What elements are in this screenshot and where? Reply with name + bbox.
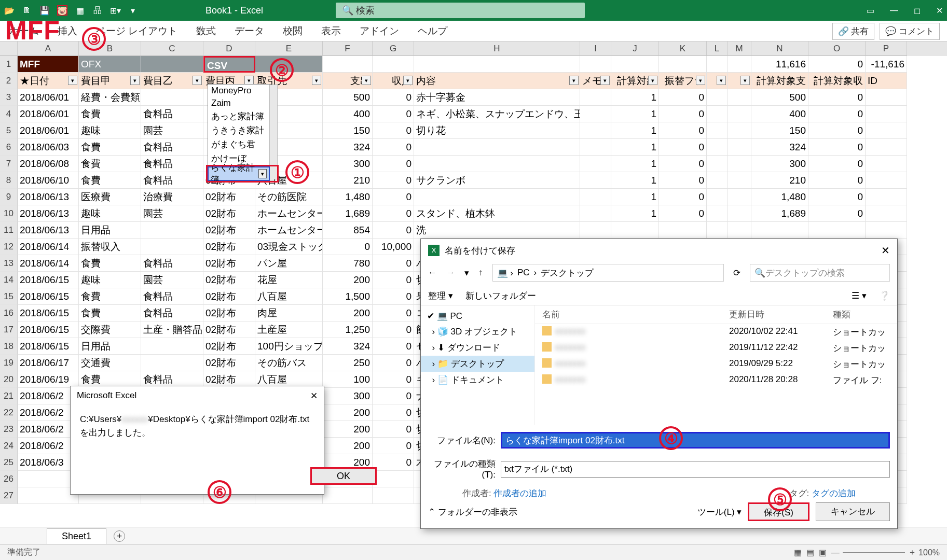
- column-headers[interactable]: ABCDEFGHIJKLMNOP: [0, 41, 947, 56]
- ribbon-tab[interactable]: 校閲: [283, 24, 303, 38]
- piggy-icon[interactable]: 🐷: [57, 5, 67, 16]
- help-icon[interactable]: ❔: [879, 290, 890, 301]
- author-link[interactable]: 作成者の追加: [493, 488, 546, 498]
- ribbon-tab[interactable]: ヘルプ: [418, 24, 447, 38]
- callout-2: ②: [270, 58, 294, 82]
- table-row[interactable]: 112018/06/13日用品02財布ホームセンター8540洗: [0, 222, 947, 239]
- tools-button[interactable]: ツール(L) ▾: [697, 506, 742, 518]
- ok-button[interactable]: OK: [310, 467, 377, 485]
- close-icon[interactable]: ✕: [936, 6, 943, 16]
- ribbon-display-icon[interactable]: ▭: [867, 6, 874, 16]
- ribbon-tabs: ホーム 挿入 ページ レイアウト 数式 データ 校閲 表示 アドイン ヘルプ 🔗…: [0, 21, 947, 41]
- ribbon-tab[interactable]: ページ レイアウト: [96, 24, 177, 38]
- table-row[interactable]: 42018/06/01食費食料品百屋4000ネギ、小松菜、スナップエンドウ、玉ね…: [0, 106, 947, 122]
- filter-icon[interactable]: ▾: [696, 76, 705, 85]
- dialog-search[interactable]: 🔍 デスクトップの検索: [750, 264, 890, 282]
- close-icon[interactable]: ✕: [310, 390, 318, 401]
- new-icon[interactable]: 🗎: [22, 5, 32, 16]
- minimize-icon[interactable]: —: [890, 6, 898, 16]
- save-icon[interactable]: 💾: [39, 5, 50, 16]
- view-page-icon[interactable]: ▤: [806, 548, 814, 557]
- ribbon-tab[interactable]: アドイン: [360, 24, 399, 38]
- breadcrumb[interactable]: 💻 › PC › デスクトップ: [492, 264, 724, 282]
- close-icon[interactable]: ✕: [881, 244, 890, 257]
- filter-icon[interactable]: ▾: [648, 76, 657, 85]
- filter-icon[interactable]: ▾: [569, 76, 579, 85]
- dropdown-item[interactable]: あっと家計簿: [208, 109, 269, 123]
- dropdown-item[interactable]: がまぐち君: [208, 137, 269, 151]
- maximize-icon[interactable]: ◻: [914, 6, 921, 16]
- filter-icon[interactable]: ▾: [362, 76, 371, 85]
- chevron-down-icon[interactable]: ▾: [258, 169, 267, 178]
- scrollbar[interactable]: [269, 85, 278, 179]
- filename-input[interactable]: らくな家計簿import 02財布.txt: [501, 432, 890, 449]
- dropdown-item[interactable]: MoneyPro: [208, 85, 269, 97]
- open-icon[interactable]: 📂: [4, 5, 15, 16]
- dropdown-item[interactable]: Zaim: [208, 97, 269, 109]
- share-button[interactable]: 🔗 共有: [832, 23, 875, 40]
- organize-button[interactable]: 整理 ▾: [428, 290, 453, 302]
- table-row[interactable]: 32018/06/01経費・会費類5000赤十字募金105000: [0, 89, 947, 106]
- ribbon-tab[interactable]: データ: [235, 24, 264, 38]
- folder-hide[interactable]: ⌃ フォルダーの非表示: [428, 506, 517, 518]
- org-icon[interactable]: 品: [92, 5, 103, 16]
- table-row[interactable]: 72018/06/08食費食料品3000103000: [0, 156, 947, 172]
- row-1[interactable]: 1 MFFOFXCSV11,6160-11,616: [0, 56, 947, 73]
- ribbon-tab[interactable]: 表示: [321, 24, 341, 38]
- folder-tree[interactable]: ✔ 💻 PC › 🧊 3D オブジェクト › ⬇ ダウンロード › 📁 デスクト…: [421, 305, 535, 425]
- table-row[interactable]: 62018/06/03食費食料品百屋3240103240: [0, 139, 947, 156]
- callout-5: ⑤: [768, 487, 792, 511]
- filter-icon[interactable]: ▾: [403, 76, 413, 85]
- zoom-level[interactable]: 100%: [918, 548, 940, 557]
- file-list[interactable]: 名前更新日時種類 xxxxxxx2020/10/02 22:41ショートカッ x…: [535, 305, 897, 425]
- newfolder-button[interactable]: 新しいフォルダー: [465, 290, 536, 302]
- cancel-button[interactable]: キャンセル: [816, 502, 890, 521]
- more-icon[interactable]: ▾: [128, 5, 138, 16]
- zoom-in-icon[interactable]: ＋: [908, 547, 916, 558]
- callout-1: ①: [285, 160, 309, 184]
- table-row[interactable]: 82018/06/10食費食料品02財布八百屋2100サクランボ102100: [0, 172, 947, 189]
- table-row[interactable]: 92018/06/13医療費治療費02財布その筋医院1,4800101,4800: [0, 189, 947, 205]
- search-box[interactable]: 🔍 検索: [336, 3, 585, 18]
- refresh-icon[interactable]: ⟳: [733, 268, 740, 278]
- filter-icon[interactable]: ▾: [68, 76, 77, 85]
- table-row[interactable]: 102018/06/13趣味園芸02財布ホームセンター1,6890スタンド、植木…: [0, 205, 947, 222]
- message-box: Microsoft Excel✕ C:¥Users¥xxxxxx¥Desktop…: [70, 386, 324, 495]
- callout-6: ⑥: [208, 480, 231, 504]
- forward-icon[interactable]: →: [446, 268, 455, 278]
- selected-csv-cell[interactable]: らくな家計簿▾: [208, 166, 270, 181]
- msgbox-title: Microsoft Excel: [77, 390, 136, 401]
- filter-icon[interactable]: ▾: [130, 76, 140, 85]
- history-icon[interactable]: ▾: [464, 268, 469, 278]
- title-bar: 📂 🗎 💾 🐷 ▦ 品 ⊞▾ ▾ Book1 - Excel 🔍 検索 ▭ — …: [0, 0, 947, 21]
- ribbon-tab[interactable]: 数式: [196, 24, 216, 38]
- calc-icon[interactable]: ▦: [75, 5, 85, 16]
- view-break-icon[interactable]: ▣: [819, 548, 827, 557]
- window-title: Book1 - Excel: [205, 5, 263, 16]
- quick-access: 📂 🗎 💾 🐷 ▦ 品 ⊞▾ ▾: [4, 5, 138, 16]
- mff-overlay: MFF: [5, 16, 60, 46]
- back-icon[interactable]: ←: [428, 268, 437, 278]
- sheet-tab[interactable]: Sheet1: [47, 528, 106, 544]
- callout-3: ③: [82, 27, 106, 51]
- filter-icon[interactable]: ▾: [600, 76, 610, 85]
- status-text: 準備完了: [7, 547, 40, 558]
- up-icon[interactable]: ↑: [478, 268, 483, 278]
- dropdown-item[interactable]: うきうき家計: [208, 123, 269, 137]
- filetype-select[interactable]: txtファイル (*.txt): [501, 461, 890, 478]
- ribbon-tab[interactable]: 挿入: [58, 24, 77, 38]
- view-normal-icon[interactable]: ▦: [794, 548, 802, 557]
- add-sheet-button[interactable]: +: [114, 530, 125, 542]
- callout-4: ④: [659, 426, 683, 450]
- zoom-out-icon[interactable]: —: [831, 548, 840, 557]
- table-row[interactable]: 52018/06/01趣味園芸屋1500切り花101500: [0, 122, 947, 139]
- filter-icon[interactable]: ▾: [312, 76, 321, 85]
- filter-icon[interactable]: ▾: [193, 76, 202, 85]
- tab-icon[interactable]: ⊞▾: [110, 5, 120, 16]
- filter-icon[interactable]: ▾: [717, 76, 726, 85]
- filter-icon[interactable]: ▾: [740, 76, 750, 85]
- comment-button[interactable]: 💬 コメント: [880, 23, 940, 40]
- row-2-headers[interactable]: 2 ★日付▾ 費目甲▾ 費目乙▾ 費目丙▾ 取引先▾ 支出▾ 収入▾ 内容▾ メ…: [0, 73, 947, 89]
- tag-link[interactable]: タグの追加: [812, 488, 856, 498]
- view-icon[interactable]: ☰ ▾: [852, 290, 867, 301]
